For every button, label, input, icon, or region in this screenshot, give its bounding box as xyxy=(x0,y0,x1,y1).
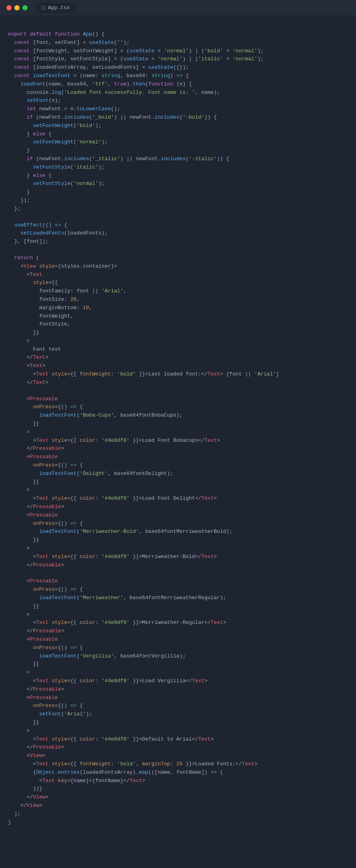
code-line: <Pressable xyxy=(0,395,356,403)
minimize-button[interactable] xyxy=(14,5,20,10)
code-line: setFontWeight('bold'); xyxy=(0,122,356,130)
code-line: loadTestFont('Merriweather-Bold', base64… xyxy=(0,528,356,536)
maximize-button[interactable] xyxy=(22,5,28,10)
code-line: loadTestFont('Vergillia', base64fontVerg… xyxy=(0,652,356,661)
code-line: <Text style={{ color: '#4e8df8' }}>Merri… xyxy=(0,553,356,561)
code-line: > xyxy=(0,428,356,437)
close-button[interactable] xyxy=(6,5,12,10)
code-line: useEffect(() => { xyxy=(0,221,356,230)
code-line: <Text style={{ fontWeight: 'bold', margi… xyxy=(0,760,356,769)
code-line: </Pressable> xyxy=(0,627,356,636)
line-blank xyxy=(0,569,356,577)
code-line: }} xyxy=(0,602,356,611)
code-line: </View> xyxy=(0,802,356,810)
code-line: }} xyxy=(0,478,356,487)
code-line: if (newFont.includes('_bold') || newFont… xyxy=(0,113,356,122)
code-line: }} xyxy=(0,420,356,428)
code-line: setFontStyle('italic'); xyxy=(0,163,356,172)
tab-label: App.tsx xyxy=(48,5,70,11)
code-line: <Text style={{ color: '#4e8df8' }}>Load … xyxy=(0,437,356,445)
code-line: setLoadedFonts(loadedFonts); xyxy=(0,229,356,238)
code-line: setFontStyle('normal'); xyxy=(0,180,356,188)
code-line: fontSize: 20, xyxy=(0,296,356,304)
app-tab[interactable]: ⬡ App.tsx xyxy=(36,2,76,14)
window: ⬡ App.tsx export default function App() … xyxy=(0,0,356,868)
code-line: let newFont = n.toLowerCase(); xyxy=(0,105,356,113)
code-editor: export default function App() { const [f… xyxy=(0,16,356,833)
code-line: loadFont(name, base64, 'ttf', true).then… xyxy=(0,80,356,89)
code-line: marginBottom: 10, xyxy=(0,304,356,312)
code-line: <Pressable xyxy=(0,636,356,644)
code-line: <Pressable xyxy=(0,694,356,702)
code-line: return ( xyxy=(0,254,356,262)
code-line: <Text style={{ color: '#4e8df8' }}>Defau… xyxy=(0,735,356,744)
code-line: ); xyxy=(0,810,356,818)
code-line: console.log('Loaded font successfully. F… xyxy=(0,89,356,97)
code-line: }} xyxy=(0,536,356,544)
code-line: style={{ xyxy=(0,279,356,287)
code-line: Font test xyxy=(0,346,356,354)
code-line: if (newFont.includes('_italic') || newFo… xyxy=(0,155,356,163)
code-line: setFont('Arial'); xyxy=(0,710,356,719)
code-line: </Pressable> xyxy=(0,503,356,511)
code-line: setFontWeight('normal'); xyxy=(0,138,356,147)
code-line: <View> xyxy=(0,752,356,760)
code-line: onPress={() => { xyxy=(0,403,356,411)
code-line: <Text style={{ fontWeight: 'bold' }}>Las… xyxy=(0,370,356,379)
line-blank xyxy=(0,246,356,254)
code-line: ))} xyxy=(0,785,356,793)
code-line: </Pressable> xyxy=(0,561,356,570)
code-line: </View> xyxy=(0,793,356,802)
code-line: <Pressable xyxy=(0,577,356,586)
code-line: fontFamily: font || 'Arial', xyxy=(0,287,356,296)
code-line: <Text xyxy=(0,271,356,279)
traffic-lights xyxy=(6,5,28,10)
code-line: onPress={() => { xyxy=(0,644,356,652)
code-line: > xyxy=(0,544,356,553)
code-line: > xyxy=(0,727,356,735)
code-line: <Text key={name}>{fontName}</Text> xyxy=(0,777,356,785)
code-line: } else { xyxy=(0,172,356,180)
code-line: <Text> xyxy=(0,362,356,370)
titlebar: ⬡ App.tsx xyxy=(0,0,356,16)
code-line: onPress={() => { xyxy=(0,586,356,594)
code-line: <Text style={{ color: '#4e8df8' }}>Load … xyxy=(0,677,356,685)
code-line: {Object.entries(loadedFontsArray).map(([… xyxy=(0,769,356,777)
code-line: > xyxy=(0,486,356,495)
code-line: }} xyxy=(0,660,356,669)
code-line: <Pressable xyxy=(0,511,356,520)
code-line: const [fontWeight, setFontWeight] = (use… xyxy=(0,47,356,56)
code-line: } else { xyxy=(0,130,356,139)
code-line: onPress={() => { xyxy=(0,461,356,470)
code-line: } xyxy=(0,188,356,197)
code-line: <View style={styles.container}> xyxy=(0,262,356,271)
tsx-icon: ⬡ xyxy=(41,5,46,11)
code-line: loadTestFont('Boba-Cups', base64fontBoba… xyxy=(0,411,356,420)
code-line: } xyxy=(0,147,356,155)
line-blank xyxy=(0,213,356,221)
code-line: }); xyxy=(0,197,356,205)
code-line: > xyxy=(0,669,356,677)
code-line: </Pressable> xyxy=(0,743,356,752)
code-line: }; xyxy=(0,205,356,213)
code-line: loadTestFont('Merriweather', base64fontM… xyxy=(0,594,356,602)
line-blank-1 xyxy=(0,22,356,30)
code-line: </Pressable> xyxy=(0,685,356,694)
code-line: const [loadedFontsArray, setLoadedFonts]… xyxy=(0,64,356,72)
code-line: }} xyxy=(0,719,356,727)
code-line: const loadTestFont = (name: string, base… xyxy=(0,72,356,80)
code-line: fontStyle, xyxy=(0,320,356,329)
code-line: }, [font]); xyxy=(0,238,356,246)
code-line: <Text style={{ color: '#4e8df8' }}>Load … xyxy=(0,495,356,503)
code-line: </Text> xyxy=(0,379,356,387)
code-line: </Text> xyxy=(0,354,356,362)
code-line: export default function App() { xyxy=(0,30,356,39)
code-line: onPress={() => { xyxy=(0,702,356,710)
code-line: fontWeight, xyxy=(0,312,356,321)
code-line: const [fontStyle, setFontStyle] = (useSt… xyxy=(0,55,356,64)
code-line: const [font, setFont] = useState(''); xyxy=(0,39,356,47)
code-line: loadTestFont('Delight', base64fontDeligh… xyxy=(0,470,356,478)
code-line: onPress={() => { xyxy=(0,520,356,528)
code-line: <Text style={{ color: '#4e8df8' }}>Merri… xyxy=(0,619,356,627)
code-line: setFont(n); xyxy=(0,97,356,105)
